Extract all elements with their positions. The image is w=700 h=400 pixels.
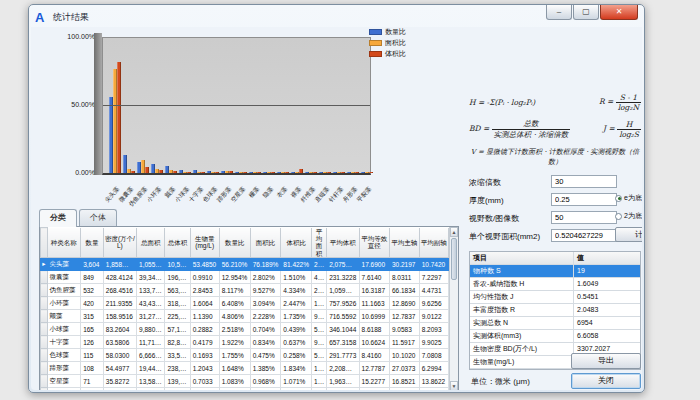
grid-column-header[interactable]: 生物量(mg/L) (190, 228, 219, 258)
table-cell[interactable]: 1,963… (327, 375, 359, 388)
table-cell[interactable]: 2.8453 (190, 284, 219, 297)
table-cell[interactable]: 211.9355 (103, 297, 136, 310)
table-cell[interactable]: 346.1044 (327, 323, 359, 336)
table-cell[interactable]: 31,27… (137, 310, 165, 323)
table-cell[interactable]: 2,075… (327, 258, 359, 271)
table-cell[interactable]: 13,58… (137, 375, 165, 388)
table-cell[interactable]: 63 (81, 388, 104, 390)
table-cell[interactable]: 1,858… (103, 258, 136, 271)
table-cell[interactable]: 1,055… (137, 258, 165, 271)
table-row[interactable]: 蹄形藻10854.497719,44…238,…1.20431.648%1.38… (41, 362, 449, 375)
table-cell[interactable]: 0.637% (281, 336, 312, 349)
table-cell[interactable]: 10.6999 (359, 310, 389, 323)
table-cell[interactable]: 10.1020 (389, 349, 419, 362)
table-cell[interactable]: 63.5806 (103, 336, 136, 349)
table-row[interactable]: 伪鱼腥藻532268.4516133,7…563,…2.84538.117%9.… (41, 284, 449, 297)
table-cell[interactable]: 8.0311 (389, 271, 419, 284)
table-cell[interactable]: 53.4850 (190, 258, 219, 271)
table-cell[interactable]: 0.1693 (190, 349, 219, 362)
table-cell[interactable]: 1… (312, 375, 327, 388)
table-cell[interactable]: 7.6140 (359, 271, 389, 284)
table-cell[interactable]: 0.961% (219, 388, 250, 390)
result-row[interactable]: 均匀性指数 J0.5451 (470, 291, 640, 304)
table-row[interactable]: 空星藻7135.827213,58…139,…0.70331.083%0.968… (41, 375, 449, 388)
table-cell[interactable]: 12.7787 (359, 362, 389, 375)
table-cell[interactable]: 31.7903 (103, 388, 136, 390)
table-cell[interactable]: 7.2297 (419, 271, 448, 284)
table-row[interactable]: 小球藻16583.26049,880…57,1…0.28822.518%0.70… (41, 323, 449, 336)
table-cell[interactable]: 428.4124 (103, 271, 136, 284)
table-cell[interactable]: 757.9526 (327, 297, 359, 310)
table-cell[interactable]: 0.401% (250, 388, 281, 390)
table-cell[interactable]: 4.806% (219, 310, 250, 323)
table-cell[interactable]: 0.9910 (190, 271, 219, 284)
table-cell[interactable]: 532 (81, 284, 104, 297)
table-cell[interactable]: 1,059… (327, 284, 359, 297)
table-cell[interactable]: 71 (81, 375, 104, 388)
table-cell[interactable]: 栅藻 (47, 388, 81, 390)
grid-column-header[interactable]: 数量比 (219, 228, 250, 258)
table-cell[interactable]: 0.7033 (190, 375, 219, 388)
table-cell[interactable]: 4… (312, 271, 327, 284)
table-cell[interactable]: 1.922% (219, 336, 250, 349)
table-cell[interactable]: 空星藻 (47, 375, 81, 388)
table-cell[interactable]: 4.4731 (419, 284, 448, 297)
table-row[interactable]: ▸尖头藻3,6041,858…1,055…10,5…53.485056.210%… (41, 258, 449, 271)
table-cell[interactable]: 16.3187 (359, 284, 389, 297)
table-cell[interactable]: 238,… (165, 362, 190, 375)
table-cell[interactable]: 5,628… (137, 388, 165, 390)
table-cell[interactable]: 8.6188 (359, 323, 389, 336)
table-row[interactable]: 栅藻6331.79035,628…42,9…0.21670.961%0.401%… (41, 388, 449, 390)
thickness-input[interactable] (551, 193, 617, 206)
table-cell[interactable]: 9.9025 (419, 336, 448, 349)
table-cell[interactable]: 11,71… (137, 336, 165, 349)
table-cell[interactable]: 7.0808 (419, 349, 448, 362)
table-cell[interactable]: 133,7… (137, 284, 165, 297)
table-cell[interactable]: 8… (312, 388, 327, 390)
table-cell[interactable]: 1.755% (219, 349, 250, 362)
grid-column-header[interactable]: 面积比 (250, 228, 281, 258)
table-cell[interactable]: 小环藻 (47, 297, 81, 310)
table-cell[interactable]: 0.330% (281, 388, 312, 390)
table-cell[interactable]: 3,604 (81, 258, 104, 271)
table-cell[interactable]: 11.5917 (389, 336, 419, 349)
table-cell[interactable]: 2.447% (281, 297, 312, 310)
table-cell[interactable]: 微囊藻 (47, 271, 81, 284)
field-count-input[interactable] (551, 211, 617, 224)
result-row[interactable]: 丰富度指数 R2.0483 (470, 304, 640, 317)
radio-base-2[interactable] (615, 213, 622, 220)
table-cell[interactable]: 601.5084 (327, 388, 359, 390)
table-cell[interactable]: 4.334% (281, 284, 312, 297)
table-cell[interactable]: 小球藻 (47, 323, 81, 336)
table-cell[interactable]: 2.228% (250, 310, 281, 323)
field-area-input[interactable] (551, 229, 617, 242)
table-cell[interactable]: 颤藻 (47, 310, 81, 323)
table-cell[interactable]: 158.9516 (103, 310, 136, 323)
table-cell[interactable]: 318,… (165, 297, 190, 310)
table-cell[interactable]: 10.6624 (359, 336, 389, 349)
grid-column-header[interactable]: 种类名称 (47, 228, 81, 258)
table-cell[interactable]: 伪鱼腥藻 (47, 284, 81, 297)
table-cell[interactable]: 58.0300 (103, 349, 136, 362)
table-cell[interactable]: 12.7837 (389, 310, 419, 323)
table-cell[interactable]: 2.802% (250, 271, 281, 284)
table-cell[interactable]: 17.6900 (359, 258, 389, 271)
table-cell[interactable]: 19,44… (137, 362, 165, 375)
table-cell[interactable]: 225,… (165, 310, 190, 323)
tab-individual[interactable]: 个体 (79, 209, 117, 226)
grid-column-header[interactable]: 平均面积 (312, 228, 327, 258)
table-cell[interactable]: 27.0373 (389, 362, 419, 375)
table-cell[interactable]: 1.071% (281, 375, 312, 388)
table-cell[interactable]: 657.3158 (327, 336, 359, 349)
table-cell[interactable]: 0.4179 (190, 336, 219, 349)
table-cell[interactable]: 420 (81, 297, 104, 310)
table-cell[interactable]: 0.2882 (190, 323, 219, 336)
table-cell[interactable]: 849 (81, 271, 104, 284)
maximize-button[interactable]: ▢ (573, 5, 599, 20)
table-cell[interactable]: 2… (312, 258, 327, 271)
table-cell[interactable]: 1.385% (250, 362, 281, 375)
table-cell[interactable]: 56.210% (219, 258, 250, 271)
table-cell[interactable]: 1.6064 (190, 297, 219, 310)
table-cell[interactable]: 0.475% (250, 349, 281, 362)
table-cell[interactable]: 9.0583 (389, 323, 419, 336)
